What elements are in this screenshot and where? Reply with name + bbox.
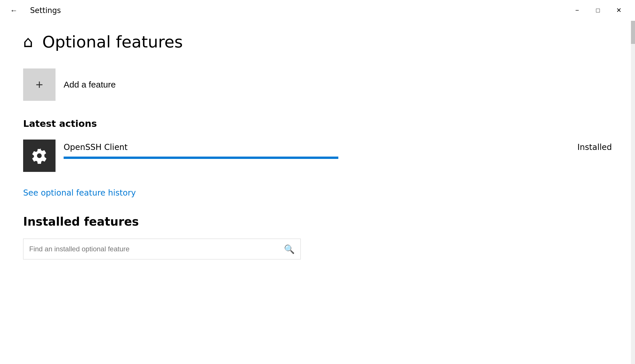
close-button[interactable]: ✕ xyxy=(608,0,629,21)
plus-icon: + xyxy=(36,77,43,92)
openssh-icon xyxy=(23,140,56,172)
title-bar: ← Settings − □ ✕ xyxy=(0,0,635,21)
openssh-feature-item: OpenSSH Client Installed xyxy=(23,140,612,172)
maximize-button[interactable]: □ xyxy=(588,0,608,21)
scrollbar-thumb[interactable] xyxy=(631,21,635,44)
openssh-name-row: OpenSSH Client Installed xyxy=(64,142,612,152)
add-feature-label: Add a feature xyxy=(64,80,116,90)
page-title: Optional features xyxy=(42,32,183,51)
openssh-status: Installed xyxy=(577,142,612,152)
add-feature-button[interactable]: + Add a feature xyxy=(23,68,116,101)
window-title: Settings xyxy=(30,6,61,15)
latest-actions-section: Latest actions OpenSSH Client Installed … xyxy=(23,118,612,215)
installed-features-section: Installed features 🔍 xyxy=(23,215,612,259)
main-content: ⌂ Optional features + Add a feature Late… xyxy=(0,21,635,271)
search-box: 🔍 xyxy=(23,239,301,259)
page-header: ⌂ Optional features xyxy=(23,32,612,51)
cog-icon-svg xyxy=(31,148,47,164)
back-button[interactable]: ← xyxy=(6,2,22,18)
history-link[interactable]: See optional feature history xyxy=(23,188,136,198)
search-icon: 🔍 xyxy=(284,244,295,254)
latest-actions-title: Latest actions xyxy=(23,118,612,129)
title-bar-left: ← Settings xyxy=(6,2,61,18)
openssh-info: OpenSSH Client Installed xyxy=(64,140,612,159)
installed-features-title: Installed features xyxy=(23,215,612,228)
minimize-button[interactable]: − xyxy=(567,0,588,21)
title-bar-controls: − □ ✕ xyxy=(567,0,629,21)
search-input[interactable] xyxy=(29,245,284,253)
openssh-progress-fill xyxy=(64,157,338,159)
home-icon: ⌂ xyxy=(23,34,33,50)
scrollbar[interactable] xyxy=(631,21,635,364)
openssh-name: OpenSSH Client xyxy=(64,142,128,152)
add-feature-icon: + xyxy=(23,68,56,101)
openssh-progress-container xyxy=(64,157,353,159)
